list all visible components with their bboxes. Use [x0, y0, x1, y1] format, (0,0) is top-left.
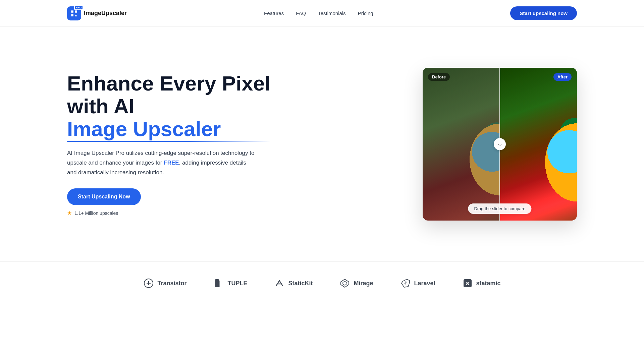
nav-cta-button[interactable]: Start upscaling now — [510, 6, 577, 20]
svg-text:S: S — [466, 281, 469, 286]
compare-after-panel — [500, 68, 577, 221]
hero-description: AI Image Upscaler Pro utilizes cutting-e… — [67, 148, 255, 178]
hero-title: Enhance Every Pixel with AI Image Upscal… — [67, 72, 271, 141]
svg-rect-4 — [217, 281, 220, 287]
logo-statamic: S statamic — [462, 278, 501, 289]
navbar: PRO ImageUpscaler Features FAQ Testimoni… — [0, 0, 644, 27]
nav-pricing[interactable]: Pricing — [358, 10, 373, 16]
compare-before-label: Before — [428, 73, 450, 81]
logos-section: Transistor TUPLE StaticKit Mirage Larave… — [0, 261, 644, 305]
transistor-icon — [143, 278, 154, 289]
logo-tuple: TUPLE — [213, 278, 247, 289]
tuple-label: TUPLE — [227, 280, 247, 287]
statamic-label: statamic — [476, 280, 501, 287]
logo-mirage: Mirage — [339, 278, 373, 289]
svg-marker-7 — [343, 281, 347, 285]
compare-after-label: After — [553, 73, 572, 81]
before-image — [423, 68, 500, 221]
tuple-icon — [213, 278, 224, 289]
mirage-label: Mirage — [354, 280, 373, 287]
hero-buttons: Start Upscaling Now ★ 1.1+ Million upsca… — [67, 188, 271, 216]
image-comparison[interactable]: Before After ‹ › Drag the slider to comp… — [423, 68, 577, 221]
star-icon: ★ — [67, 210, 72, 216]
compare-before-panel — [423, 68, 500, 221]
transistor-label: Transistor — [157, 280, 186, 287]
logo-svg — [70, 9, 78, 18]
nav-testimonials[interactable]: Testimonials — [318, 10, 346, 16]
laravel-label: Laravel — [414, 280, 435, 287]
hero-title-line2: with AI — [67, 95, 135, 118]
logo-link[interactable]: PRO ImageUpscaler — [67, 6, 127, 20]
statickit-icon — [274, 278, 285, 289]
logo-pro-badge: PRO — [74, 5, 83, 10]
statickit-label: StaticKit — [288, 280, 313, 287]
nav-links: Features FAQ Testimonials Pricing — [264, 10, 373, 16]
logo-text: ImageUpscaler — [84, 10, 127, 17]
laravel-icon — [400, 278, 411, 289]
statamic-icon: S — [462, 278, 473, 289]
hero-section: Enhance Every Pixel with AI Image Upscal… — [0, 27, 644, 261]
nav-features[interactable]: Features — [264, 10, 284, 16]
compare-container: Before After ‹ › Drag the slider to comp… — [423, 68, 577, 221]
hero-stats: ★ 1.1+ Million upscales — [67, 210, 118, 216]
hero-title-line3: Image Upscaler — [67, 118, 271, 140]
after-image — [500, 68, 577, 221]
nav-faq[interactable]: FAQ — [296, 10, 306, 16]
logo-laravel: Laravel — [400, 278, 435, 289]
hero-free-link[interactable]: FREE — [164, 160, 179, 166]
hero-stats-label: 1.1+ Million upscales — [74, 210, 118, 216]
svg-marker-6 — [341, 279, 349, 287]
hero-content: Enhance Every Pixel with AI Image Upscal… — [67, 72, 271, 216]
hero-cta-button[interactable]: Start Upscaling Now — [67, 188, 141, 205]
logo-transistor: Transistor — [143, 278, 186, 289]
compare-handle[interactable]: ‹ › — [494, 138, 506, 150]
logo-statickit: StaticKit — [274, 278, 313, 289]
mirage-icon — [339, 278, 350, 289]
drag-hint: Drag the slider to compare — [468, 203, 531, 214]
logo-icon: PRO — [67, 6, 81, 20]
hero-title-line1: Enhance Every Pixel — [67, 72, 271, 95]
